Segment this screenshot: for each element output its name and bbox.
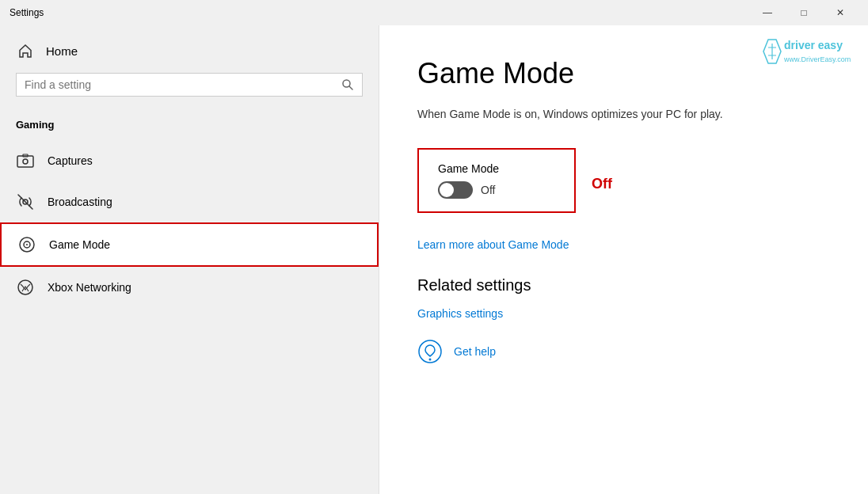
svg-line-6 xyxy=(18,195,32,209)
svg-point-9 xyxy=(26,244,28,245)
app-container: Home Gaming Captures xyxy=(0,25,868,494)
get-help-icon xyxy=(417,339,443,364)
search-box[interactable] xyxy=(16,73,363,97)
title-bar: Settings — □ ✕ xyxy=(0,0,868,25)
home-icon xyxy=(16,41,35,60)
home-label: Home xyxy=(46,44,78,58)
svg-text:driver easy: driver easy xyxy=(784,39,843,51)
toggle-row: Off xyxy=(438,181,555,199)
sidebar-item-captures-label: Captures xyxy=(48,154,93,167)
svg-rect-2 xyxy=(17,156,33,167)
game-mode-box: Game Mode Off xyxy=(417,148,576,213)
maximize-button[interactable]: □ xyxy=(786,0,822,25)
sidebar-item-xbox-networking[interactable]: Xbox Networking xyxy=(0,267,379,308)
broadcasting-icon xyxy=(16,192,35,211)
sidebar-item-game-mode-label: Game Mode xyxy=(49,238,110,251)
get-help-link[interactable]: Get help xyxy=(454,345,496,358)
sidebar: Home Gaming Captures xyxy=(0,25,379,494)
game-mode-toggle-row: Game Mode Off Off xyxy=(417,148,830,219)
sidebar-section-title: Gaming xyxy=(0,112,379,140)
toggle-off-highlight: Off xyxy=(592,176,612,192)
captures-icon xyxy=(16,151,35,170)
game-mode-icon xyxy=(17,235,36,254)
sidebar-item-captures[interactable]: Captures xyxy=(0,140,379,181)
graphics-settings-link[interactable]: Graphics settings xyxy=(417,307,830,320)
watermark: driver easy www.DriverEasy.com xyxy=(759,32,862,71)
close-button[interactable]: ✕ xyxy=(822,0,858,25)
learn-more-link[interactable]: Learn more about Game Mode xyxy=(417,238,830,251)
toggle-status-label: Off xyxy=(481,184,495,196)
app-title: Settings xyxy=(10,7,44,18)
search-icon xyxy=(341,78,354,91)
page-description: When Game Mode is on, Windows optimizes … xyxy=(417,106,830,123)
svg-point-14 xyxy=(429,359,432,361)
search-input[interactable] xyxy=(25,78,335,91)
game-mode-box-label: Game Mode xyxy=(438,162,555,175)
toggle-knob xyxy=(440,183,454,197)
svg-text:www.DriverEasy.com: www.DriverEasy.com xyxy=(783,55,851,63)
sidebar-item-xbox-networking-label: Xbox Networking xyxy=(48,281,131,294)
sidebar-item-broadcasting[interactable]: Broadcasting xyxy=(0,181,379,222)
game-mode-toggle[interactable] xyxy=(438,181,473,199)
sidebar-item-game-mode[interactable]: Game Mode xyxy=(0,222,379,267)
sidebar-item-broadcasting-label: Broadcasting xyxy=(48,196,112,208)
svg-point-4 xyxy=(23,159,28,164)
svg-line-1 xyxy=(349,86,352,89)
content-area: driver easy www.DriverEasy.com Game Mode… xyxy=(379,25,868,494)
get-help-row: Get help xyxy=(417,339,830,364)
xbox-icon xyxy=(16,278,35,297)
related-settings-title: Related settings xyxy=(417,276,830,294)
sidebar-item-home[interactable]: Home xyxy=(0,25,379,73)
window-controls: — □ ✕ xyxy=(749,0,858,25)
minimize-button[interactable]: — xyxy=(749,0,786,25)
